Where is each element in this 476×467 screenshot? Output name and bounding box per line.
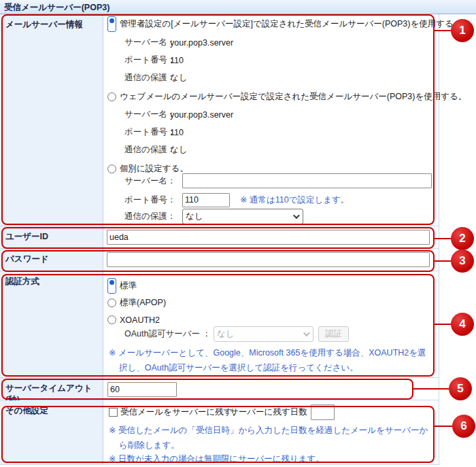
row-timeout: サーバータイムアウト(秒) (0, 378, 439, 400)
field-server-name-webmail: サーバー名： your.pop3.server (124, 109, 233, 120)
user-id-input[interactable] (107, 230, 430, 245)
other-note-2: ※ 日数が未入力の場合は無期限にサーバーに残ります。 (109, 451, 435, 466)
row-user-id: ユーザーID (0, 226, 439, 249)
radio-option-admin-server[interactable]: 管理者設定の[メールサーバー設定]で設定された受信メールサーバー(POP3)を使… (107, 18, 462, 30)
radio-icon[interactable] (107, 298, 116, 307)
keep-mail-label: 受信メールをサーバーに残す。 (120, 407, 241, 418)
timeout-input[interactable] (107, 382, 177, 397)
page-title: 受信メールサーバー(POP3) (0, 0, 476, 14)
radio-auth-standard[interactable]: 標準 (107, 280, 137, 292)
field-label: サーバー名： (124, 37, 170, 48)
radio-label: ウェブメールのメールサーバー設定で設定された受信メールサーバー(POP3)を使用… (120, 91, 466, 103)
field-label: サーバー名： (124, 175, 182, 187)
keep-days-label: サーバーに残す日数： (230, 407, 316, 418)
row-label-mail-server-info: メールサーバー情報 (0, 14, 103, 226)
callout-circle-5: 5 (449, 377, 472, 400)
keep-mail-checkbox[interactable] (109, 408, 118, 417)
row-label-other-settings: その他設定 (0, 400, 103, 464)
other-note-1: ※ 受信したメールの「受信日時」から入力した日数を経過したメールをサーバーから削… (109, 423, 435, 453)
row-other-settings: その他設定 受信メールをサーバーに残す。 サーバーに残す日数： ※ 受信したメー… (0, 400, 439, 465)
row-label-timeout: サーバータイムアウト(秒) (0, 378, 103, 400)
port-value: 110 (170, 56, 184, 65)
field-label: ポート番号： (124, 54, 170, 66)
field-protection-webmail: 通信の保護： なし (124, 144, 188, 156)
radio-icon[interactable] (107, 165, 116, 173)
server-name-value: your.pop3.server (170, 38, 233, 48)
field-server-name-individual: サーバー名： (124, 173, 432, 189)
field-label: サーバー名： (124, 109, 170, 120)
callout-circle-6: 6 (452, 415, 475, 438)
field-protection-admin: 通信の保護： なし (124, 72, 188, 84)
port-value: 110 (170, 128, 184, 137)
row-password: パスワード (0, 249, 439, 271)
oauth-server-select[interactable]: なし (214, 326, 313, 342)
keep-days-label-wrap: サーバーに残す日数： (230, 407, 316, 418)
row-label-user-id: ユーザーID (0, 226, 103, 248)
row-auth-method: 認証方式 標準 標準(APOP) XOAUTH2 OAuth認可サーバー ： (0, 271, 439, 378)
field-protection-individual: 通信の保護： なし (124, 209, 303, 224)
protection-value: なし (170, 144, 188, 156)
callout-circle-2: 2 (451, 227, 474, 250)
field-label: ポート番号： (124, 126, 170, 138)
radio-auth-apop[interactable]: 標準(APOP) (107, 297, 166, 309)
auth-note: ※ メールサーバーとして、Google、Microsoft 365を使用する場合… (109, 345, 434, 375)
field-label: 通信の保護： (124, 72, 170, 84)
row-label-password: パスワード (0, 249, 103, 271)
field-server-name-admin: サーバー名： your.pop3.server (124, 37, 233, 48)
server-name-value: your.pop3.server (170, 110, 233, 120)
oauth-server-row: OAuth認可サーバー ： なし 認証 (124, 326, 349, 342)
radio-label: 標準 (120, 280, 137, 292)
radio-auth-xoauth2[interactable]: XOAUTH2 (107, 314, 160, 326)
field-port-webmail: ポート番号： 110 (124, 126, 184, 138)
field-label: ポート番号： (124, 194, 182, 206)
radio-label: 管理者設定の[メールサーバー設定]で設定された受信メールサーバー(POP3)を使… (120, 18, 462, 30)
protection-select-value: なし (186, 211, 203, 222)
chevron-down-icon (293, 212, 300, 219)
field-label: 通信の保護： (124, 211, 182, 222)
pop3-settings-page: 受信メールサーバー(POP3) メールサーバー情報 管理者設定の[メールサーバー… (0, 0, 476, 467)
radio-option-webmail-server[interactable]: ウェブメールのメールサーバー設定で設定された受信メールサーバー(POP3)を使用… (107, 91, 466, 103)
settings-table: メールサーバー情報 管理者設定の[メールサーバー設定]で設定された受信メールサー… (0, 14, 439, 465)
protection-select[interactable]: なし (182, 209, 303, 224)
field-port-admin: ポート番号： 110 (124, 54, 184, 66)
server-name-input[interactable] (182, 173, 432, 188)
field-port-individual: ポート番号： ※ 通常は110で設定します。 (124, 192, 349, 207)
port-note: ※ 通常は110で設定します。 (240, 194, 349, 206)
row-mail-server-info: メールサーバー情報 管理者設定の[メールサーバー設定]で設定された受信メールサー… (0, 14, 439, 226)
field-label: 通信の保護： (124, 144, 170, 156)
oauth-server-label: OAuth認可サーバー ： (124, 328, 211, 340)
password-input[interactable] (107, 252, 430, 267)
callout-circle-3: 3 (451, 249, 474, 273)
radio-selected-icon[interactable] (107, 16, 116, 32)
radio-selected-icon[interactable] (107, 278, 116, 294)
radio-icon[interactable] (107, 92, 116, 101)
radio-label: XOAUTH2 (120, 315, 160, 325)
keep-mail-option: 受信メールをサーバーに残す。 (109, 407, 241, 418)
radio-icon[interactable] (107, 315, 116, 324)
port-input[interactable] (182, 193, 230, 207)
protection-value: なし (170, 72, 188, 84)
chevron-down-icon (303, 330, 310, 336)
row-label-auth-method: 認証方式 (0, 271, 103, 377)
auth-button[interactable]: 認証 (318, 326, 349, 342)
radio-label: 標準(APOP) (120, 297, 166, 309)
callout-circle-4: 4 (451, 313, 474, 336)
keep-days-input[interactable] (311, 404, 335, 420)
oauth-select-value: なし (217, 328, 235, 340)
